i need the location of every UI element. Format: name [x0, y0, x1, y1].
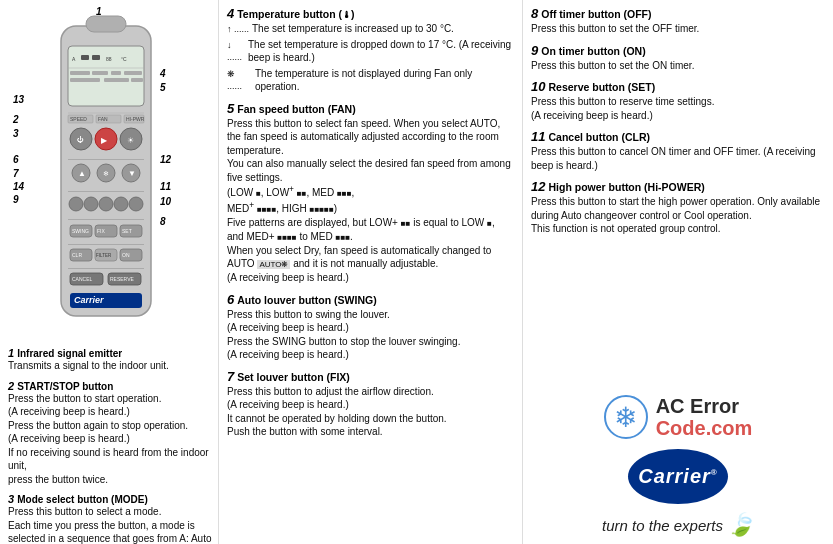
leaf-icon: 🍃 [727, 512, 754, 538]
svg-rect-5 [92, 55, 100, 60]
svg-point-40 [114, 197, 128, 211]
sym-desc-4-3: The temperature is not displayed during … [255, 67, 514, 94]
sec-num-4: 4 [227, 6, 234, 21]
label-text-2: Press the button to start operation. (A … [8, 392, 212, 487]
svg-text:FILTER: FILTER [96, 253, 112, 258]
svg-point-37 [69, 197, 83, 211]
svg-point-38 [84, 197, 98, 211]
section-11: 11 Cancel button (CLR) Press this button… [531, 129, 825, 172]
svg-text:HI-PWR: HI-PWR [126, 116, 145, 122]
annot-7: 7 [13, 168, 19, 179]
branding-section: ❄ AC Error Code.com Carrier® turn to the… [531, 385, 825, 538]
sym-line-4-3: ❋ ...... The temperature is not displaye… [227, 67, 514, 94]
ac-error-text: AC Error Code.com [656, 395, 753, 439]
annot-13: 13 [13, 94, 24, 105]
page-wrapper: 1 13 2 3 4 5 6 7 14 9 12 11 10 8 A [0, 0, 833, 544]
sec-body-6: Press this button to swing the louver. (… [227, 308, 514, 362]
ac-error-logo: ❄ AC Error Code.com [604, 395, 753, 439]
remote-diagram: 1 13 2 3 4 5 6 7 14 9 12 11 10 8 A [8, 6, 218, 341]
label-num-1: 1 [8, 347, 14, 359]
svg-text:FAN: FAN [98, 116, 108, 122]
sec-body-5: Press this button to select fan speed. W… [227, 117, 514, 285]
svg-rect-9 [70, 71, 90, 75]
label-text-1: Transmits a signal to the indoor unit. [8, 359, 212, 373]
left-column: 1 13 2 3 4 5 6 7 14 9 12 11 10 8 A [0, 0, 218, 544]
sec-title-7: Set louver button (FIX) [237, 371, 350, 383]
carrier-logo: Carrier® [628, 449, 728, 504]
carrier-oval: Carrier® [628, 449, 728, 504]
sec-title-10: Reserve button (SET) [548, 81, 655, 93]
label-section-3: 3 Mode select button (MODE) Press this b… [8, 493, 212, 544]
svg-rect-15 [131, 78, 143, 82]
annot-4: 4 [160, 68, 166, 79]
svg-point-41 [129, 197, 143, 211]
sec-body-4: ↑ ...... The set temperature is increase… [227, 22, 514, 94]
sec-title-8: Off timer button (OFF) [541, 8, 651, 20]
carrier-brand-text: Carrier® [638, 465, 718, 488]
section-8: 8 Off timer button (OFF) Press this butt… [531, 6, 825, 36]
label-num-3: 3 [8, 493, 14, 505]
svg-rect-56 [68, 268, 144, 269]
sym-down-icon: ↓ ...... [227, 38, 245, 63]
sec-title-11: Cancel button (CLR) [548, 131, 650, 143]
annot-11: 11 [160, 181, 171, 192]
right-column: 8 Off timer button (OFF) Press this butt… [523, 0, 833, 544]
sym-fan-icon: ❋ ...... [227, 67, 252, 92]
remote-svg: A 88 °C SPEED FAN [56, 11, 156, 321]
svg-text:▲: ▲ [78, 169, 86, 178]
section-7: 7 Set louver button (FIX) Press this but… [227, 369, 514, 439]
sec-body-11: Press this button to cancel ON timer and… [531, 145, 825, 172]
svg-text:Carrier: Carrier [74, 295, 104, 305]
label-section-2: 2 START/STOP button Press the button to … [8, 380, 212, 487]
sec-num-5: 5 [227, 101, 234, 116]
svg-rect-11 [111, 71, 121, 75]
sym-up-icon: ↑ ...... [227, 22, 249, 35]
sec-body-9: Press this button to set the ON timer. [531, 59, 825, 73]
svg-rect-13 [70, 78, 100, 82]
ac-error-line2: Code.com [656, 417, 753, 439]
sec-body-12: Press this button to start the high powe… [531, 195, 825, 236]
svg-rect-4 [81, 55, 89, 60]
svg-text:ON: ON [122, 252, 130, 258]
svg-text:SPEED: SPEED [70, 116, 87, 122]
middle-column: 4 Temperature button (🌡) ↑ ...... The se… [218, 0, 523, 544]
svg-rect-36 [68, 191, 144, 192]
sec-num-11: 11 [531, 129, 545, 144]
svg-rect-29 [68, 159, 144, 160]
sym-desc-4-1: The set temperature is increased up to 3… [252, 22, 454, 36]
svg-point-39 [99, 197, 113, 211]
annot-9: 9 [13, 194, 19, 205]
annot-14: 14 [13, 181, 24, 192]
sec-num-7: 7 [227, 369, 234, 384]
sym-desc-4-2: The set temperature is dropped down to 1… [248, 38, 514, 65]
svg-text:❄: ❄ [103, 170, 109, 177]
sec-title-4: Temperature button (🌡) [237, 8, 354, 20]
svg-text:▶: ▶ [101, 136, 108, 145]
section-5: 5 Fan speed button (FAN) Press this butt… [227, 101, 514, 285]
sec-body-8: Press this button to set the OFF timer. [531, 22, 825, 36]
svg-text:RESERVE: RESERVE [110, 276, 134, 282]
sec-num-6: 6 [227, 292, 234, 307]
label-text-3: Press this button to select a mode. Each… [8, 505, 212, 544]
section-10: 10 Reserve button (SET) Press this butto… [531, 79, 825, 122]
svg-rect-12 [124, 71, 142, 75]
sec-body-10: Press this button to reserve time settin… [531, 95, 825, 122]
svg-rect-1 [86, 16, 126, 32]
annot-10: 10 [160, 196, 171, 207]
sec-num-8: 8 [531, 6, 538, 21]
annot-2: 2 [13, 114, 19, 125]
section-12: 12 High power button (Hi-POWER) Press th… [531, 179, 825, 236]
section-4: 4 Temperature button (🌡) ↑ ...... The se… [227, 6, 514, 94]
tagline: turn to the experts 🍃 [602, 512, 754, 538]
sec-title-6: Auto louver button (SWING) [237, 294, 376, 306]
right-top: 8 Off timer button (OFF) Press this butt… [531, 6, 825, 385]
svg-rect-14 [104, 78, 129, 82]
label-title-1: Infrared signal emitter [17, 348, 122, 359]
sec-body-7: Press this button to adjust the airflow … [227, 385, 514, 439]
svg-rect-10 [92, 71, 108, 75]
ac-error-line1: AC Error [656, 395, 753, 417]
svg-text:°C: °C [121, 56, 127, 62]
annot-5: 5 [160, 82, 166, 93]
label-num-2: 2 [8, 380, 14, 392]
annot-3: 3 [13, 128, 19, 139]
